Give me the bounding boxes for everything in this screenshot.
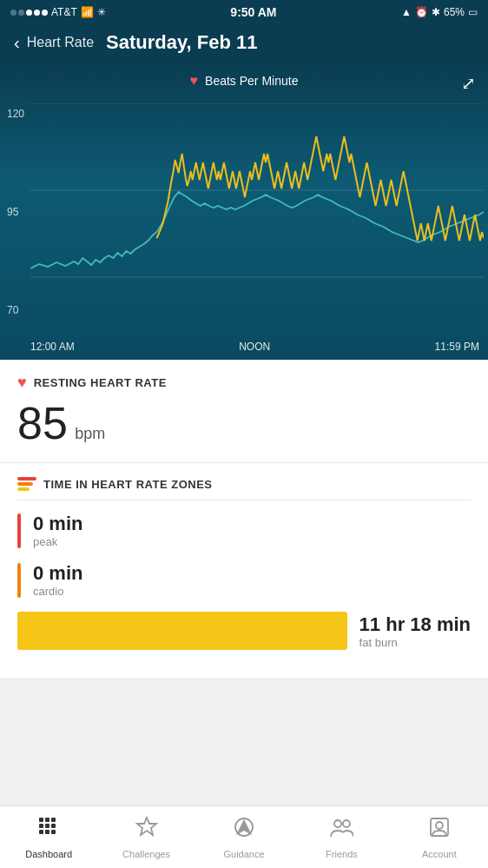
challenges-label: Challenges [122, 849, 170, 859]
nav-header: ‹ Heart Rate Saturday, Feb 11 [0, 24, 488, 64]
heart-icon: ♥ [190, 73, 199, 89]
dot1 [10, 10, 16, 16]
nav-spacer [0, 678, 488, 740]
peak-info: 0 min peak [33, 513, 471, 548]
zone-row-fatburn: 11 hr 18 min fat burn [17, 612, 471, 650]
page-title: Saturday, Feb 11 [106, 31, 257, 54]
resting-bpm-unit: bpm [75, 425, 105, 442]
svg-point-15 [334, 820, 341, 827]
guidance-icon [232, 815, 256, 845]
zones-header: TIME IN HEART RATE ZONES [17, 477, 471, 500]
chart-x-labels: 12:00 AM NOON 11:59 PM [30, 341, 488, 353]
brightness-icon: ✳ [97, 6, 106, 18]
dot3 [26, 10, 32, 16]
peak-value: 0 min [33, 513, 471, 535]
wifi-icon: 📶 [81, 6, 94, 18]
resting-heart-icon: ♥ [17, 374, 27, 392]
dashboard-icon [36, 815, 61, 845]
location-icon: ▲ [401, 6, 412, 18]
svg-rect-10 [45, 830, 49, 834]
y-label-95: 95 [7, 206, 24, 218]
signal-dots [10, 10, 48, 16]
cardio-indicator [17, 563, 21, 598]
dot4 [34, 10, 40, 16]
battery-icon: ▭ [468, 6, 478, 18]
status-left: AT&T 📶 ✳ [10, 6, 106, 18]
cardio-info: 0 min cardio [33, 562, 471, 598]
account-label: Account [422, 849, 457, 859]
svg-rect-6 [39, 824, 43, 828]
fatburn-bar [17, 612, 347, 650]
zones-icon-cardio [17, 482, 33, 486]
resting-heart-rate-section: ♥ RESTING HEART RATE 85 bpm [0, 360, 488, 463]
guidance-label: Guidance [223, 849, 264, 859]
svg-rect-9 [39, 830, 43, 834]
x-label-midnight: 12:00 AM [30, 341, 75, 353]
heart-rate-chart: ♥ Beats Per Minute ⤢ 120 95 70 12:00 AM … [0, 64, 488, 360]
fatburn-label: fat burn [359, 636, 471, 649]
bottom-nav: Dashboard Challenges Guidance Fr [0, 805, 488, 868]
chart-y-labels: 120 95 70 [7, 108, 24, 316]
account-icon [427, 815, 452, 845]
cardio-value: 0 min [33, 562, 471, 585]
nav-item-challenges[interactable]: Challenges [97, 806, 195, 868]
svg-point-16 [343, 820, 350, 827]
chart-legend: ♥ Beats Per Minute [0, 64, 488, 92]
fatburn-value: 11 hr 18 min [359, 613, 471, 636]
nav-item-friends[interactable]: Friends [293, 806, 390, 868]
dashboard-label: Dashboard [25, 849, 72, 859]
peak-indicator [17, 514, 21, 548]
status-bar: AT&T 📶 ✳ 9:50 AM ▲ ⏰ ✱ 65% ▭ [0, 0, 488, 24]
resting-section-title: RESTING HEART RATE [34, 376, 167, 389]
svg-point-18 [436, 822, 443, 829]
resting-section-header: ♥ RESTING HEART RATE [17, 374, 471, 392]
svg-rect-4 [45, 818, 49, 822]
x-label-noon: NOON [239, 341, 270, 353]
heart-rate-zones-section: TIME IN HEART RATE ZONES 0 min peak 0 mi… [0, 463, 488, 678]
nav-item-account[interactable]: Account [391, 806, 488, 868]
svg-rect-8 [51, 824, 56, 828]
alarm-icon: ⏰ [415, 6, 428, 18]
zones-icon [17, 477, 36, 491]
nav-item-dashboard[interactable]: Dashboard [0, 806, 97, 868]
battery-percent: 65% [444, 6, 465, 18]
resting-bpm-value: 85 [17, 398, 68, 448]
chart-svg [30, 103, 484, 321]
svg-rect-7 [45, 824, 49, 828]
zone-row-peak: 0 min peak [17, 513, 471, 548]
legend-text: Beats Per Minute [205, 74, 298, 88]
challenges-icon [135, 815, 159, 845]
friends-label: Friends [326, 849, 358, 859]
fatburn-info: 11 hr 18 min fat burn [359, 613, 471, 649]
expand-button[interactable]: ⤢ [461, 73, 476, 94]
peak-label: peak [33, 535, 471, 548]
svg-rect-5 [51, 818, 56, 822]
bluetooth-icon: ✱ [432, 6, 440, 18]
zones-icon-peak [17, 477, 36, 480]
friends-icon [329, 815, 353, 845]
time-display: 9:50 AM [230, 5, 276, 19]
y-label-120: 120 [7, 108, 24, 120]
dot5 [42, 10, 48, 16]
y-label-70: 70 [7, 304, 24, 316]
carrier-label: AT&T [51, 6, 77, 18]
cardio-label: cardio [33, 585, 471, 598]
svg-rect-11 [51, 830, 56, 834]
resting-value-row: 85 bpm [17, 399, 471, 448]
zones-section-title: TIME IN HEART RATE ZONES [43, 478, 212, 491]
zones-icon-fatburn [17, 487, 30, 491]
dot2 [18, 10, 24, 16]
nav-item-guidance[interactable]: Guidance [195, 806, 293, 868]
back-button[interactable]: ‹ [14, 33, 20, 53]
zone-row-cardio: 0 min cardio [17, 562, 471, 598]
x-label-night: 11:59 PM [435, 341, 479, 353]
svg-rect-3 [39, 818, 43, 822]
svg-marker-14 [238, 821, 250, 833]
svg-marker-12 [137, 818, 156, 835]
back-label: Heart Rate [27, 35, 94, 50]
status-right: ▲ ⏰ ✱ 65% ▭ [401, 6, 478, 18]
